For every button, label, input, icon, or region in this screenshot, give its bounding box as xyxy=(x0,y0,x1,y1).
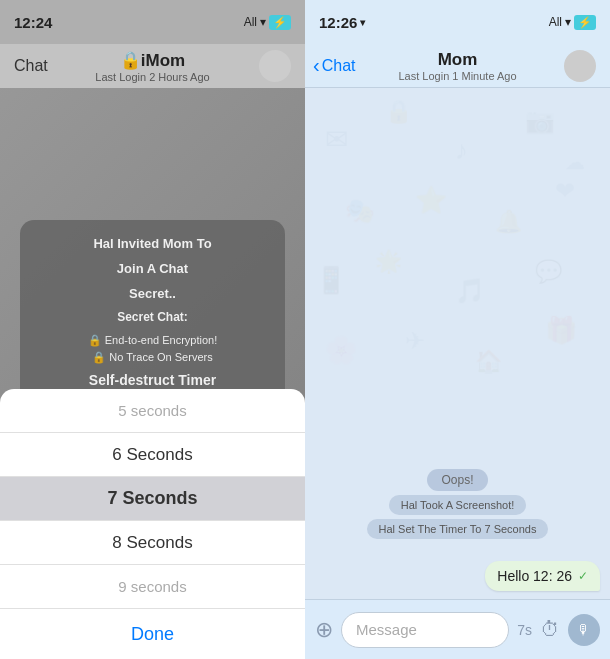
svg-text:⭐: ⭐ xyxy=(415,184,448,216)
right-avatar[interactable] xyxy=(564,50,596,82)
right-network: All xyxy=(549,15,562,29)
svg-text:🎁: 🎁 xyxy=(545,314,578,346)
svg-text:🎵: 🎵 xyxy=(455,276,485,305)
invite-feature1: 🔒 End-to-end Encryption! xyxy=(36,332,269,350)
voice-button[interactable]: 🎙 xyxy=(568,614,600,646)
svg-text:🏠: 🏠 xyxy=(475,348,503,375)
message-check: ✓ xyxy=(578,569,588,583)
svg-text:♪: ♪ xyxy=(455,135,468,165)
right-title-area: Mom Last Login 1 Minute Ago xyxy=(398,50,516,82)
picker-item-7-selected[interactable]: 7 Seconds xyxy=(0,477,305,521)
timer-message: Hal Set The Timer To 7 Seconds xyxy=(367,519,549,539)
left-status-bar: 12:24 All ▾ ⚡ xyxy=(0,0,305,44)
left-title-area: 🔒iMom Last Login 2 Hours Ago xyxy=(95,50,209,83)
attach-button[interactable]: ⊕ xyxy=(315,617,333,643)
picker-done-button[interactable]: Done xyxy=(0,609,305,659)
right-status-icons: All ▾ ⚡ xyxy=(549,15,596,30)
svg-text:🌟: 🌟 xyxy=(375,248,403,275)
input-bar: ⊕ Message 7s ⏱ 🎙 xyxy=(305,599,610,659)
svg-text:✈: ✈ xyxy=(405,327,425,354)
timer-badge[interactable]: 7s xyxy=(517,622,532,638)
invite-secret-label: Secret Chat: xyxy=(36,308,269,327)
right-signal-icon: ▾ xyxy=(360,17,365,28)
svg-text:🎭: 🎭 xyxy=(345,196,375,225)
left-battery-icon: ⚡ xyxy=(269,15,291,30)
clock-icon[interactable]: ⏱ xyxy=(540,618,560,641)
right-time: 12:26 ▾ xyxy=(319,14,365,31)
left-avatar xyxy=(259,50,291,82)
svg-text:✉: ✉ xyxy=(325,124,348,155)
svg-text:☁: ☁ xyxy=(565,151,585,173)
svg-text:📷: 📷 xyxy=(525,106,555,135)
right-nav-bar: ‹ Chat Mom Last Login 1 Minute Ago xyxy=(305,44,610,88)
right-battery-icon: ⚡ xyxy=(574,15,596,30)
invite-feature2: 🔒 No Trace On Servers xyxy=(36,349,269,367)
svg-text:💬: 💬 xyxy=(535,258,563,285)
right-status-bar: 12:26 ▾ All ▾ ⚡ xyxy=(305,0,610,44)
svg-text:❤: ❤ xyxy=(555,177,575,204)
oops-message: Oops! xyxy=(427,469,487,491)
message-input[interactable]: Message xyxy=(341,612,509,648)
svg-text:🔒: 🔒 xyxy=(385,98,413,125)
system-messages: Oops! Hal Took A Screenshot! Hal Set The… xyxy=(305,469,610,539)
message-bubble: Hello 12: 26 ✓ xyxy=(485,561,600,591)
picker-item-5[interactable]: 5 seconds xyxy=(0,389,305,433)
message-text: Hello 12: 26 xyxy=(497,568,572,584)
picker-item-6[interactable]: 6 Seconds xyxy=(0,433,305,477)
svg-text:🔔: 🔔 xyxy=(495,208,523,235)
svg-text:🌸: 🌸 xyxy=(325,334,358,366)
screenshot-message: Hal Took A Screenshot! xyxy=(389,495,527,515)
left-subtitle: Last Login 2 Hours Ago xyxy=(95,71,209,83)
invite-title-line1: Hal Invited Mom To xyxy=(36,234,269,255)
left-panel: 12:24 All ▾ ⚡ Chat 🔒iMom Last Login 2 Ho… xyxy=(0,0,305,659)
timer-picker[interactable]: 5 seconds 6 Seconds 7 Seconds 8 Seconds … xyxy=(0,389,305,659)
picker-item-9[interactable]: 9 seconds xyxy=(0,565,305,609)
left-wifi-icon: ▾ xyxy=(260,15,266,29)
invite-title-line3: Secret.. xyxy=(36,284,269,305)
left-time: 12:24 xyxy=(14,14,52,31)
left-network: All xyxy=(244,15,257,29)
left-status-icons: All ▾ ⚡ xyxy=(244,15,291,30)
back-button[interactable]: ‹ Chat xyxy=(313,54,355,77)
left-main-title: 🔒iMom xyxy=(95,50,209,71)
chevron-left-icon: ‹ xyxy=(313,54,320,77)
voice-icon: 🎙 xyxy=(577,622,591,638)
invite-title-line2: Join A Chat xyxy=(36,259,269,280)
right-main-title: Mom xyxy=(398,50,516,70)
right-wifi-icon: ▾ xyxy=(565,15,571,29)
left-nav-bar: Chat 🔒iMom Last Login 2 Hours Ago xyxy=(0,44,305,88)
right-subtitle: Last Login 1 Minute Ago xyxy=(398,70,516,82)
picker-item-8[interactable]: 8 Seconds xyxy=(0,521,305,565)
back-label[interactable]: Chat xyxy=(322,57,356,75)
message-placeholder: Message xyxy=(356,621,417,638)
left-chat-label: Chat xyxy=(14,57,48,75)
invite-self-destruct: Self-destruct Timer xyxy=(36,369,269,391)
svg-text:📱: 📱 xyxy=(315,264,348,296)
right-panel: 12:26 ▾ All ▾ ⚡ ‹ Chat Mom Last Login 1 … xyxy=(305,0,610,659)
message-area: Hello 12: 26 ✓ xyxy=(485,561,600,591)
